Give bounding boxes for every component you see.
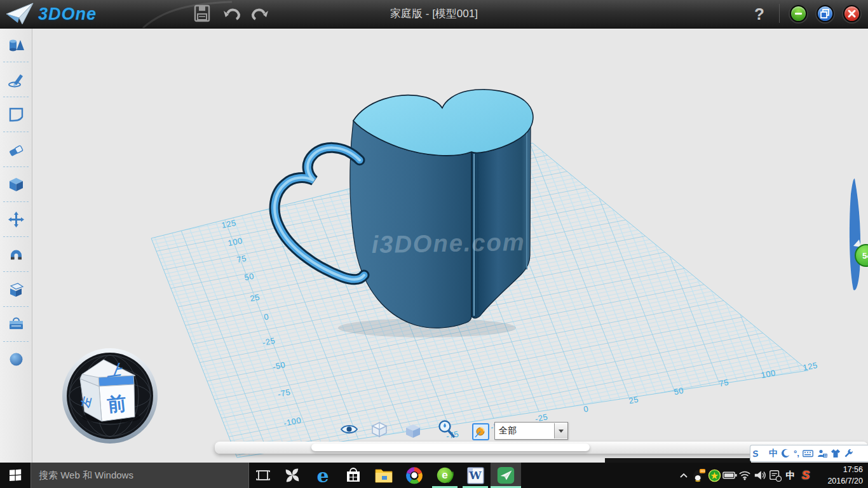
tool-sidebar bbox=[0, 28, 32, 463]
restore-icon bbox=[818, 6, 832, 21]
tray-battery-icon[interactable] bbox=[722, 463, 737, 488]
move-arrows-icon bbox=[8, 211, 25, 228]
sidebar-separator bbox=[3, 306, 29, 307]
keyboard-icon bbox=[803, 449, 813, 458]
view-cube-front-label: 前 bbox=[106, 393, 127, 416]
bottom-shelf-handle[interactable] bbox=[311, 444, 590, 451]
right-edge-widget[interactable]: 54 bbox=[850, 179, 868, 290]
ime-language-mode-button[interactable]: 中 bbox=[769, 448, 778, 459]
window-bottom-strip bbox=[605, 458, 751, 463]
tray-action-center-icon[interactable] bbox=[768, 463, 783, 488]
display-filter-button[interactable] bbox=[472, 423, 489, 442]
tool-toolbox[interactable] bbox=[0, 308, 32, 341]
tool-solid-edit[interactable] bbox=[0, 168, 32, 201]
sketch-plane-icon bbox=[8, 106, 25, 123]
collapsed-panel-handle[interactable] bbox=[850, 179, 860, 290]
ime-skin-badge: 11 bbox=[824, 453, 827, 457]
wrench-icon bbox=[844, 449, 853, 458]
grid-axis-label: 100 bbox=[760, 368, 776, 380]
colorwheel-icon bbox=[405, 466, 424, 485]
3done-taskbar-icon bbox=[496, 466, 515, 485]
shaded-mode-button[interactable] bbox=[405, 424, 421, 440]
zoom-button[interactable] bbox=[437, 419, 456, 440]
taskbar-app-360-safe[interactable] bbox=[277, 463, 308, 488]
taskbar-clock[interactable]: 17:56 2016/7/20 bbox=[813, 463, 868, 487]
3done-application-window: 1251007550250-25-50-75-100-75-50-2502550… bbox=[0, 0, 868, 488]
window-title: 家庭版 - [模型001] bbox=[0, 0, 868, 28]
taskbar-app-green-browser[interactable]: e bbox=[430, 463, 460, 488]
tool-move-transform[interactable] bbox=[0, 203, 32, 236]
sogou-logo-button[interactable]: S bbox=[752, 446, 767, 461]
sketch-pencil-icon bbox=[8, 71, 25, 88]
clock-date: 2016/7/20 bbox=[817, 475, 863, 487]
notification-icon bbox=[769, 469, 782, 482]
taskbar-app-edge[interactable]: e bbox=[308, 463, 338, 488]
wireframe-mode-button[interactable] bbox=[371, 421, 388, 440]
toolbox-drawer-icon bbox=[8, 316, 25, 333]
tray-wifi-icon[interactable] bbox=[737, 463, 752, 488]
display-filter-combobox[interactable]: 全部 bbox=[494, 422, 568, 440]
ime-profile-button[interactable]: 11 bbox=[817, 449, 827, 459]
close-button[interactable] bbox=[843, 5, 860, 22]
help-button[interactable]: ? bbox=[749, 3, 770, 25]
windows-logo-icon bbox=[8, 468, 22, 482]
taskbar-app-file-explorer[interactable] bbox=[369, 463, 399, 488]
view-cube[interactable]: 上 前 左 bbox=[62, 348, 158, 444]
ime-settings-button[interactable] bbox=[844, 449, 853, 458]
tool-sketch-edit[interactable] bbox=[0, 98, 32, 131]
word-letter: W bbox=[469, 469, 481, 482]
taskbar-app-word[interactable]: W bbox=[460, 463, 491, 488]
primitive-solids-icon bbox=[8, 36, 25, 53]
grid-axis-label: 125 bbox=[802, 360, 818, 372]
tray-360-icon[interactable] bbox=[707, 463, 722, 488]
display-filter-dropdown-button[interactable] bbox=[554, 423, 567, 438]
ime-punctuation-button[interactable]: °, bbox=[794, 449, 799, 458]
minimize-button[interactable] bbox=[790, 5, 807, 22]
session-badge-number: 54 bbox=[862, 251, 868, 261]
tray-show-hidden-icons[interactable] bbox=[676, 463, 691, 488]
grid-axis-label: 50 bbox=[243, 271, 255, 283]
tool-special-features[interactable] bbox=[0, 273, 32, 306]
task-view-button[interactable] bbox=[249, 463, 277, 488]
grid-axis-label: 75 bbox=[718, 377, 729, 389]
grid-axis-label: 0 bbox=[583, 403, 589, 414]
display-filter-value: 全部 bbox=[495, 425, 554, 437]
tool-material-render[interactable] bbox=[0, 342, 32, 376]
tool-eraser[interactable] bbox=[0, 133, 32, 166]
visibility-eye-button[interactable] bbox=[341, 423, 358, 437]
penguin-icon bbox=[692, 468, 706, 482]
tool-primitive-solids[interactable] bbox=[0, 28, 32, 61]
tool-sketch[interactable] bbox=[0, 63, 32, 96]
folder-icon bbox=[374, 467, 393, 484]
minimize-icon bbox=[791, 6, 806, 21]
taskbar-app-store[interactable] bbox=[338, 463, 369, 488]
taskbar-search-input[interactable]: 搜索 Web 和 Windows bbox=[31, 463, 249, 488]
ime-skins-button[interactable] bbox=[831, 449, 841, 458]
magnifier-icon bbox=[437, 419, 456, 438]
sidebar-separator bbox=[3, 166, 29, 167]
sidebar-separator bbox=[3, 271, 29, 272]
ime-halfmoon-button[interactable] bbox=[781, 449, 790, 458]
shaded-cube-icon bbox=[405, 424, 421, 438]
eraser-icon bbox=[8, 141, 25, 158]
tray-volume-icon[interactable] bbox=[752, 463, 768, 488]
eye-icon bbox=[341, 423, 358, 435]
wireframe-cube-icon bbox=[371, 421, 388, 438]
tray-qq-icon[interactable] bbox=[691, 463, 707, 488]
search-placeholder: 搜索 Web 和 Windows bbox=[39, 470, 133, 482]
3d-viewport[interactable]: 1251007550250-25-50-75-100-75-50-2502550… bbox=[0, 0, 868, 488]
cube-icon bbox=[8, 176, 25, 193]
green-shield-icon bbox=[708, 469, 721, 482]
tool-constraint-magnet[interactable] bbox=[0, 238, 32, 271]
start-button[interactable] bbox=[0, 463, 31, 488]
edge-icon: e bbox=[316, 464, 329, 487]
close-icon bbox=[844, 6, 859, 21]
maximize-restore-button[interactable] bbox=[817, 5, 834, 22]
tray-ime-mode[interactable]: 中 bbox=[783, 463, 798, 488]
taskbar-app-360-browser[interactable] bbox=[399, 463, 430, 488]
shirt-icon bbox=[831, 449, 841, 458]
tray-sogou-icon[interactable]: S bbox=[798, 463, 813, 488]
taskbar-app-3done-active[interactable] bbox=[491, 463, 521, 488]
ime-soft-keyboard-button[interactable] bbox=[803, 449, 813, 458]
windows-store-icon bbox=[344, 466, 362, 484]
